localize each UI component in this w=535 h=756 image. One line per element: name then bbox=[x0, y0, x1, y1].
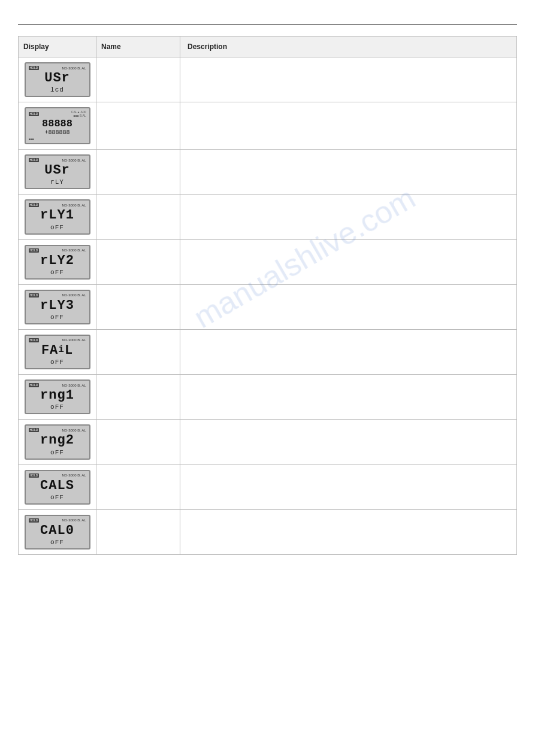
lcd-main-6: rLY3 bbox=[29, 299, 86, 313]
hold-badge-2: HOLD bbox=[29, 112, 40, 116]
table-row: HOLD ND-3000 B. AL CAL0 oFF bbox=[19, 509, 517, 554]
lcd-main-11: CAL0 bbox=[29, 524, 86, 538]
lcd-display-11: HOLD ND-3000 B. AL CAL0 oFF bbox=[25, 515, 90, 549]
name-cell-9 bbox=[96, 420, 180, 464]
lcd-sub-9: oFF bbox=[29, 449, 86, 456]
name-cell-3 bbox=[96, 150, 180, 195]
lcd-top-right-7: ND-3000 B. AL bbox=[62, 338, 86, 342]
indicator-b: ■■■ B.AL bbox=[73, 114, 86, 117]
hold-badge-4: HOLD bbox=[29, 203, 40, 207]
lcd-top-bar-3: HOLD ND-3000 B. AL bbox=[29, 158, 86, 162]
bottom-left-2: ■■■ bbox=[29, 137, 34, 141]
display-cell-9: HOLD ND-3000 B. AL rng2 oFF bbox=[19, 420, 96, 464]
display-cell-7: HOLD ND-3000 B. AL FAiL oFF bbox=[19, 329, 96, 374]
lcd-top-right-3: ND-3000 B. AL bbox=[62, 159, 86, 162]
lcd-sub-11: oFF bbox=[29, 539, 86, 546]
lcd-display-10: HOLD ND-3000 B. AL CALS oFF bbox=[25, 470, 90, 505]
display-cell-8: HOLD ND-3000 B. AL rng1 oFF bbox=[19, 375, 96, 420]
display-cell-6: HOLD ND-3000 B. AL rLY3 oFF bbox=[19, 284, 96, 329]
name-cell-10 bbox=[96, 464, 180, 509]
lcd-top-bar-11: HOLD ND-3000 B. AL bbox=[29, 518, 86, 523]
lcd-sub-4: oFF bbox=[29, 224, 86, 231]
lcd-display-3: HOLD ND-3000 B. AL USr rLY bbox=[25, 154, 90, 189]
lcd-display-2: HOLD CAL▲ A00 ■■■ B.AL 88888 +888888 ■■■ bbox=[25, 107, 90, 144]
table-row: HOLD ND-3000 B. AL USr lcd bbox=[19, 57, 517, 102]
desc-cell-8 bbox=[180, 375, 517, 420]
desc-cell-11 bbox=[180, 509, 517, 554]
lcd-full-sub-2: +888888 bbox=[29, 129, 86, 136]
desc-cell-2 bbox=[180, 102, 517, 150]
hold-badge-5: HOLD bbox=[29, 248, 40, 253]
lcd-sub-1: lcd bbox=[29, 86, 86, 93]
name-cell-2 bbox=[96, 102, 180, 150]
header-name: Name bbox=[96, 37, 180, 57]
lcd-sub-7: oFF bbox=[29, 359, 86, 366]
lcd-display-9: HOLD ND-3000 B. AL rng2 oFF bbox=[25, 424, 90, 459]
desc-cell-1 bbox=[180, 57, 517, 102]
hold-badge-1: HOLD bbox=[29, 66, 40, 70]
hold-badge-11: HOLD bbox=[29, 518, 40, 523]
lcd-sub-6: oFF bbox=[29, 314, 86, 321]
table-row: HOLD ND-3000 B. AL USr rLY bbox=[19, 150, 517, 195]
lcd-display-7: HOLD ND-3000 B. AL FAiL oFF bbox=[25, 335, 90, 369]
desc-cell-7 bbox=[180, 329, 517, 374]
lcd-top-bar-9: HOLD ND-3000 B. AL bbox=[29, 428, 86, 432]
desc-cell-9 bbox=[180, 420, 517, 464]
lcd-top-bar-7: HOLD ND-3000 B. AL bbox=[29, 338, 86, 342]
hold-badge-7: HOLD bbox=[29, 338, 40, 342]
hold-badge-8: HOLD bbox=[29, 383, 40, 387]
lcd-sub-8: oFF bbox=[29, 403, 86, 411]
lcd-full-2: 88888 bbox=[29, 118, 86, 129]
display-cell-11: HOLD ND-3000 B. AL CAL0 oFF bbox=[19, 509, 96, 554]
hold-badge-9: HOLD bbox=[29, 428, 40, 432]
name-cell-8 bbox=[96, 375, 180, 420]
name-cell-5 bbox=[96, 239, 180, 284]
table-row: HOLD ND-3000 B. AL rLY1 oFF bbox=[19, 195, 517, 239]
lcd-top-bar-1: HOLD ND-3000 B. AL bbox=[29, 66, 86, 70]
right-indicators-2: CAL▲ A00 ■■■ B.AL bbox=[71, 111, 86, 117]
display-cell-5: HOLD ND-3000 B. AL rLY2 oFF bbox=[19, 239, 96, 284]
lcd-main-1: USr bbox=[29, 71, 86, 86]
desc-cell-3 bbox=[180, 150, 517, 195]
display-cell-3: HOLD ND-3000 B. AL USr rLY bbox=[19, 150, 96, 195]
name-cell-1 bbox=[96, 57, 180, 102]
lcd-main-7: FAiL bbox=[29, 344, 86, 358]
lcd-top-bar-5: HOLD ND-3000 B. AL bbox=[29, 248, 86, 253]
lcd-main-4: rLY1 bbox=[29, 208, 86, 223]
display-cell-1: HOLD ND-3000 B. AL USr lcd bbox=[19, 57, 96, 102]
lcd-display-5: HOLD ND-3000 B. AL rLY2 oFF bbox=[25, 245, 90, 280]
lcd-main-5: rLY2 bbox=[29, 254, 86, 268]
name-cell-11 bbox=[96, 509, 180, 554]
hold-badge-3: HOLD bbox=[29, 158, 40, 162]
hold-badge-10: HOLD bbox=[29, 473, 40, 478]
hold-badge-6: HOLD bbox=[29, 293, 40, 297]
lcd-top-bar-2: HOLD CAL▲ A00 ■■■ B.AL bbox=[29, 111, 86, 117]
main-table: Display Name Description HOLD ND-3000 B.… bbox=[18, 36, 517, 555]
desc-cell-4 bbox=[180, 195, 517, 239]
lcd-top-right-11: ND-3000 B. AL bbox=[62, 518, 86, 522]
table-row: HOLD ND-3000 B. AL rLY2 oFF bbox=[19, 239, 517, 284]
lcd-top-bar-8: HOLD ND-3000 B. AL bbox=[29, 383, 86, 387]
table-row: HOLD ND-3000 B. AL rng2 oFF bbox=[19, 420, 517, 464]
lcd-sub-3: rLY bbox=[29, 178, 86, 186]
table-row: HOLD CAL▲ A00 ■■■ B.AL 88888 +888888 ■■■ bbox=[19, 102, 517, 150]
table-row: HOLD ND-3000 B. AL FAiL oFF bbox=[19, 329, 517, 374]
table-row: HOLD ND-3000 B. AL rng1 oFF bbox=[19, 375, 517, 420]
display-cell-10: HOLD ND-3000 B. AL CALS oFF bbox=[19, 464, 96, 509]
lcd-display-1: HOLD ND-3000 B. AL USr lcd bbox=[25, 62, 90, 97]
lcd-top-bar-10: HOLD ND-3000 B. AL bbox=[29, 473, 86, 478]
desc-cell-6 bbox=[180, 284, 517, 329]
lcd-sub-10: oFF bbox=[29, 494, 86, 501]
lcd-display-4: HOLD ND-3000 B. AL rLY1 oFF bbox=[25, 199, 90, 234]
lcd-main-10: CALS bbox=[29, 479, 86, 493]
lcd-top-right-5: ND-3000 B. AL bbox=[62, 248, 86, 252]
lcd-top-right-4: ND-3000 B. AL bbox=[62, 204, 86, 207]
desc-cell-5 bbox=[180, 239, 517, 284]
lcd-top-right-6: ND-3000 B. AL bbox=[62, 293, 86, 297]
lcd-main-3: USr bbox=[29, 163, 86, 178]
desc-cell-10 bbox=[180, 464, 517, 509]
lcd-top-bar-4: HOLD ND-3000 B. AL bbox=[29, 203, 86, 207]
header-display: Display bbox=[19, 37, 96, 57]
display-cell-2: HOLD CAL▲ A00 ■■■ B.AL 88888 +888888 ■■■ bbox=[19, 102, 96, 150]
lcd-top-right-1: ND-3000 B. AL bbox=[62, 66, 86, 70]
